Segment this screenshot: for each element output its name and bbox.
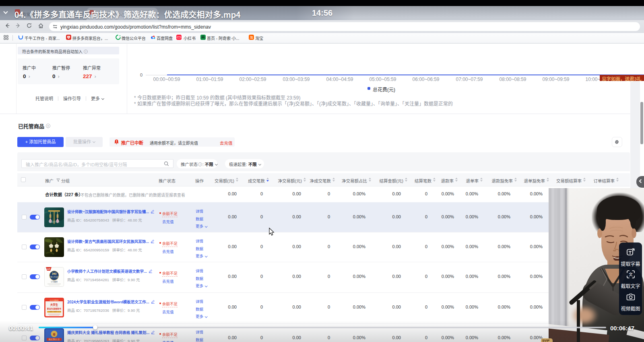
svg-text:淘: 淘	[250, 35, 253, 39]
svg-text:2024年最新版: 2024年最新版	[50, 299, 59, 301]
svg-text:婚庆资料大全: 婚庆资料大全	[49, 338, 60, 341]
svg-text:职业生涯规划书: 职业生涯规划书	[47, 307, 61, 310]
svg-text:计划工作总结: 计划工作总结	[49, 276, 59, 278]
svg-text:文: 文	[629, 271, 633, 277]
svg-text:婚: 婚	[52, 332, 55, 336]
svg-text:小学教师: 小学教师	[51, 280, 58, 283]
svg-text:340: 340	[52, 272, 57, 276]
svg-text:最新: 最新	[47, 268, 50, 270]
svg-text:非遗银饰工坊: 非遗银饰工坊	[49, 220, 60, 223]
svg-text:大学生: 大学生	[50, 303, 58, 307]
svg-text:word模板 可编辑 可打印: word模板 可编辑 可打印	[47, 311, 61, 313]
